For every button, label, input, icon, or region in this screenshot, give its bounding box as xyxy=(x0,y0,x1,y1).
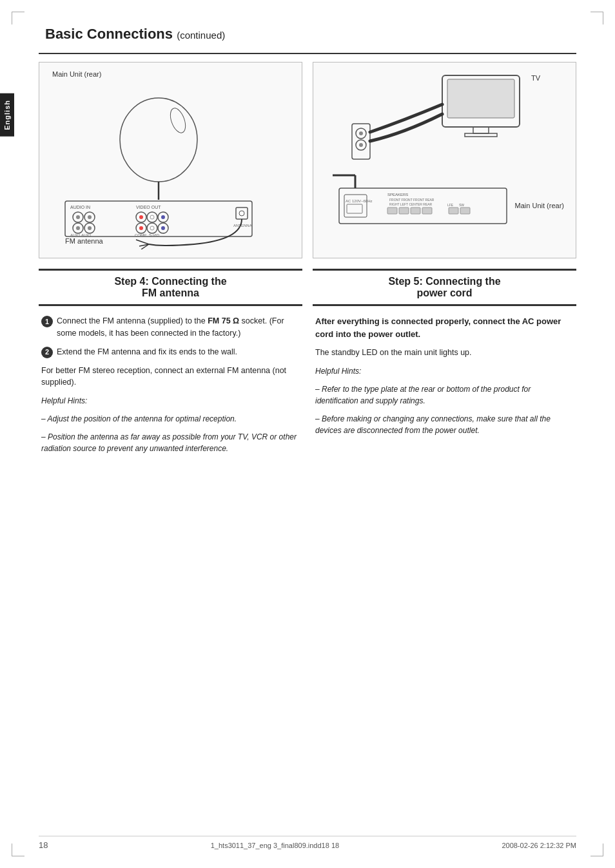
footer-file: 1_hts3011_37_eng 3_final809.indd18 18 xyxy=(211,842,339,849)
svg-rect-38 xyxy=(473,127,489,133)
step4-item1-text: Connect the FM antenna (supplied) to the… xyxy=(57,315,300,340)
svg-text:S-VID: S-VID xyxy=(149,233,160,237)
corner-mark-br xyxy=(591,844,603,856)
svg-point-34 xyxy=(168,106,188,135)
step5-para1: The standby LED on the main unit lights … xyxy=(315,347,574,359)
corner-mark-bl xyxy=(12,844,24,856)
svg-text:ANTENNA: ANTENNA xyxy=(233,224,252,227)
svg-text:AC 120V~60Hz: AC 120V~60Hz xyxy=(346,199,373,203)
step4-item2-number: 2 xyxy=(41,347,53,358)
svg-point-5 xyxy=(88,215,92,219)
svg-rect-55 xyxy=(422,207,432,214)
svg-point-16 xyxy=(150,215,154,219)
svg-point-33 xyxy=(120,98,197,182)
step4-item1: 1 Connect the FM antenna (supplied) to t… xyxy=(41,315,300,340)
svg-point-14 xyxy=(139,215,143,219)
steps-row: Step 4: Connecting the FM antenna 1 Conn… xyxy=(39,269,576,461)
step5-bold-para: After everything is connected properly, … xyxy=(315,315,574,340)
svg-point-18 xyxy=(161,215,165,219)
step5-hints: Helpful Hints: – Refer to the type plate… xyxy=(315,365,574,436)
step4-hint2: – Position the antenna as far away as po… xyxy=(41,431,300,454)
svg-text:VIDEO OUT: VIDEO OUT xyxy=(136,205,161,209)
step5-column: Step 5: Connecting the power cord After … xyxy=(313,269,576,461)
page-footer: 18 1_hts3011_37_eng 3_final809.indd18 18… xyxy=(39,836,576,850)
step4-item2: 2 Extend the FM antenna and fix its ends… xyxy=(41,346,300,358)
svg-rect-46 xyxy=(344,195,367,217)
step5-hints-title: Helpful Hints: xyxy=(315,365,574,377)
svg-rect-53 xyxy=(399,207,409,214)
step5-header: Step 5: Connecting the power cord xyxy=(313,269,576,306)
svg-point-42 xyxy=(359,131,363,135)
svg-text:AUDIO IN: AUDIO IN xyxy=(70,205,90,209)
svg-line-30 xyxy=(136,240,149,244)
fm-antenna-label: FM antenna xyxy=(65,237,103,245)
step5-heading: Step 5: Connecting the power cord xyxy=(317,276,572,299)
step5-body: After everything is connected properly, … xyxy=(313,315,576,436)
svg-text:SW: SW xyxy=(459,203,464,207)
svg-rect-54 xyxy=(411,207,420,214)
page: English Basic Connections (continued) Ma… xyxy=(0,0,615,868)
left-image-box: Main Unit (rear) AUDIO IN xyxy=(39,62,302,258)
left-illustration-svg: AUDIO IN AUX1 AUX1 VIDEO OUT xyxy=(46,82,265,249)
page-number: 18 xyxy=(39,840,48,850)
step4-hints: Helpful Hints: – Adjust the position of … xyxy=(41,395,300,454)
svg-rect-40 xyxy=(352,124,370,159)
step5-hint1: – Refer to the type plate at the rear or… xyxy=(315,383,574,407)
step4-para1: For better FM stereo reception, connect … xyxy=(41,365,300,389)
svg-point-44 xyxy=(359,143,363,147)
left-image-content: Main Unit (rear) AUDIO IN xyxy=(39,63,302,258)
svg-rect-37 xyxy=(447,79,514,118)
svg-point-20 xyxy=(139,226,143,230)
step4-hints-title: Helpful Hints: xyxy=(41,395,300,407)
step4-item2-text: Extend the FM antenna and fix its ends t… xyxy=(57,346,237,358)
step4-body: 1 Connect the FM antenna (supplied) to t… xyxy=(39,315,302,454)
step4-hint1: – Adjust the position of the antenna for… xyxy=(41,413,300,425)
svg-point-3 xyxy=(76,215,80,219)
svg-point-7 xyxy=(76,226,80,230)
main-unit-label-left: Main Unit (rear) xyxy=(52,70,101,78)
svg-point-9 xyxy=(88,226,92,230)
step4-item1-number: 1 xyxy=(41,316,53,327)
svg-text:FRONT FRONT FRONT REAR: FRONT FRONT FRONT REAR xyxy=(389,198,434,202)
right-image-content: TV Main Unit (rear) xyxy=(313,63,576,258)
main-unit-label-right: Main Unit (rear) xyxy=(515,202,564,209)
step4-column: Step 4: Connecting the FM antenna 1 Conn… xyxy=(39,269,302,461)
svg-rect-52 xyxy=(387,207,397,214)
step4-heading: Step 4: Connecting the FM antenna xyxy=(43,276,298,299)
svg-text:RIGHT LEFT CENTER REAR: RIGHT LEFT CENTER REAR xyxy=(389,202,433,206)
footer-date: 2008-02-26 2:12:32 PM xyxy=(502,842,576,849)
page-title: Basic Connections (continued) xyxy=(39,26,576,43)
svg-rect-56 xyxy=(449,207,458,214)
tv-label: TV xyxy=(531,74,540,82)
step4-header: Step 4: Connecting the FM antenna xyxy=(39,269,302,306)
svg-text:COMP: COMP xyxy=(135,233,146,237)
svg-point-24 xyxy=(161,226,165,230)
svg-rect-57 xyxy=(460,207,470,214)
right-image-box: TV Main Unit (rear) xyxy=(313,62,576,258)
svg-point-22 xyxy=(150,226,154,230)
image-row: Main Unit (rear) AUDIO IN xyxy=(39,62,576,258)
svg-text:LFE: LFE xyxy=(447,203,454,207)
title-divider xyxy=(39,53,576,54)
svg-point-28 xyxy=(239,211,244,216)
svg-rect-39 xyxy=(465,133,497,137)
svg-rect-27 xyxy=(236,207,248,219)
svg-text:SPEAKERS: SPEAKERS xyxy=(387,193,408,197)
step5-hint2: – Before making or changing any connecti… xyxy=(315,413,574,436)
right-illustration-svg: AC 120V~60Hz SPEAKERS FRONT FRONT FRONT … xyxy=(320,69,539,236)
corner-mark-tr xyxy=(591,12,603,24)
svg-rect-48 xyxy=(347,204,362,213)
corner-mark-tl xyxy=(12,12,24,24)
english-tab: English xyxy=(0,93,14,137)
